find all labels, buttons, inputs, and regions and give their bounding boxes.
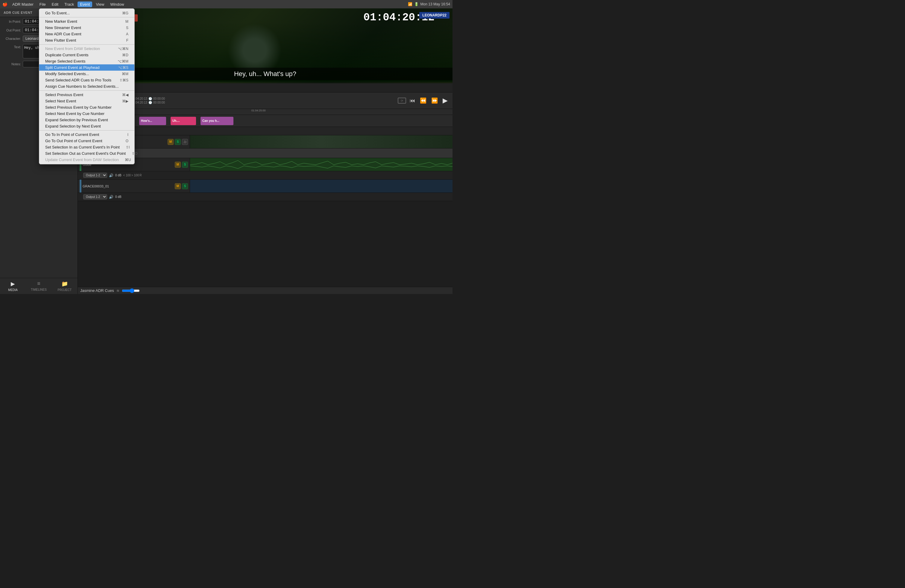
goto-in-shortcut: I (127, 133, 129, 137)
separator-4 (39, 130, 134, 130)
guide-meter-l: < 100 (123, 174, 131, 177)
menu-file[interactable]: File (37, 2, 48, 7)
tab-project-label: PROJECT (57, 288, 71, 292)
split-event-item[interactable]: Split Current Event at Playhead ⌥⌘S (39, 64, 134, 71)
guide-volume: 0 dB (115, 174, 122, 177)
goto-inpoint-item[interactable]: Go To In Point of Current Event I (39, 132, 134, 138)
ruler-mark-2: 01:04:25:00 (251, 109, 266, 112)
select-next-cue-item[interactable]: Select Next Event by Cue Number (39, 110, 134, 117)
guide-output-row: Output 1-2 🔊 0 dB < 100 > 100 R (78, 171, 452, 180)
play-btn[interactable]: ▶ (441, 95, 449, 106)
cue-event-4[interactable]: Can you h... (200, 117, 233, 125)
adr-output-select[interactable]: Output 1-2 (83, 194, 107, 199)
menu-adr-master[interactable]: ADR Master (10, 2, 36, 7)
select-next-event-item[interactable]: Select Next Event ⌘▶ (39, 98, 134, 104)
menu-edit[interactable]: Edit (49, 2, 61, 7)
bottom-tabs: ▶ MEDIA ≡ TIMELINES 📁 PROJECT (0, 278, 78, 294)
send-adr-shortcut: ⇧⌘S (119, 78, 129, 82)
tab-timelines[interactable]: ≡ TIMELINES (26, 278, 51, 294)
duplicate-shortcut: ⌘D (122, 53, 129, 57)
new-streamer-event-item[interactable]: New Streamer Event S (39, 25, 134, 31)
set-out-shortcut: ⇧O (132, 151, 137, 156)
guide-meter-r: > 100 (132, 174, 139, 177)
wifi-icon: 📶 (408, 2, 413, 6)
menu-track[interactable]: Track (62, 2, 76, 7)
guide-output-select[interactable]: Output 1-2 (83, 173, 107, 178)
menu-view[interactable]: View (94, 2, 106, 7)
update-daw-shortcut: ⌘U (125, 158, 131, 162)
guide-s-btn[interactable]: S (182, 162, 188, 168)
apple-menu[interactable]: 🍎 (2, 2, 8, 6)
video-m-btn[interactable]: M (168, 139, 173, 145)
modify-shortcut: ⌘M (122, 72, 129, 76)
tab-project[interactable]: 📁 PROJECT (52, 278, 78, 294)
set-in-point-item[interactable]: Set Selection In as Current Event's In P… (39, 144, 134, 150)
waveform-icon: ≋ (116, 289, 119, 293)
goto-outpoint-item[interactable]: Go To Out Point of Current Event O (39, 138, 134, 144)
transport-out-dur: 00:00:00 (153, 101, 165, 104)
cue-label-4: Can you h... (202, 119, 219, 122)
cue-event-2[interactable]: How's... (139, 117, 166, 125)
cue-label-2: How's... (141, 119, 152, 122)
cue-event-3[interactable]: Uh.... (171, 117, 196, 125)
goto-out-shortcut: O (126, 139, 129, 143)
go-to-start-btn[interactable]: ⏮ (408, 96, 416, 105)
adr-track-container: GRACE00033_01 M S Output 1-2 🔊 0 dB (78, 180, 452, 201)
new-flutter-shortcut: F (126, 38, 129, 43)
send-adr-cues-item[interactable]: Send Selected ADR Cues to Pro Tools ⇧⌘S (39, 77, 134, 83)
assign-cue-numbers-item[interactable]: Assign Cue Numbers to Selected Events... (39, 83, 134, 89)
out-point-label: Out Point: (2, 29, 21, 32)
rewind-btn[interactable]: ⏪ (419, 96, 428, 105)
clock-icon-in: 🕐 (148, 97, 152, 100)
expand-next-item[interactable]: Expand Selection by Next Event (39, 123, 134, 129)
volume-icon-guide: 🔊 (109, 173, 113, 178)
tab-media[interactable]: ▶ MEDIA (0, 278, 26, 294)
adr-s-btn[interactable]: S (182, 183, 188, 189)
adr-color-bar (79, 180, 81, 192)
new-marker-event-item[interactable]: New Marker Event M (39, 18, 134, 25)
volume-icon-adr: 🔊 (109, 195, 113, 199)
notes-label: Notes: (2, 62, 21, 66)
goto-event-item[interactable]: Go To Event... ⌘G (39, 10, 134, 16)
loop-icon[interactable]: ⟳ (398, 98, 406, 103)
character-label: Character: (2, 37, 21, 40)
select-prev-cue-item[interactable]: Select Previous Event by Cue Number (39, 104, 134, 110)
master-volume-slider[interactable] (122, 288, 140, 293)
new-adr-shortcut: A (126, 32, 129, 36)
goto-event-shortcut: ⌘G (122, 11, 129, 15)
separator-3 (39, 91, 134, 91)
bottom-label: Jasmine ADR Cues (80, 288, 114, 293)
tab-media-label: MEDIA (8, 288, 17, 292)
project-icon: 📁 (61, 281, 68, 287)
adr-track-row: GRACE00033_01 M S (78, 180, 452, 193)
battery-icon: 🔋 (414, 2, 419, 6)
new-flutter-event-item[interactable]: New Flutter Event F (39, 37, 134, 43)
video-cam-btn[interactable]: 🎥 (182, 139, 188, 145)
event-dropdown-menu: Go To Event... ⌘G New Marker Event M New… (39, 8, 135, 164)
select-next-shortcut: ⌘▶ (122, 99, 129, 103)
adr-m-btn[interactable]: M (175, 183, 181, 189)
adr-track-controls: GRACE00033_01 M S (78, 180, 190, 192)
menubar: 🍎 ADR Master File Edit Track Event View … (0, 0, 452, 8)
menu-event[interactable]: Event (78, 2, 92, 7)
fast-forward-btn[interactable]: ⏩ (430, 96, 439, 105)
duplicate-events-item[interactable]: Duplicate Current Events ⌘D (39, 52, 134, 58)
select-prev-event-item[interactable]: Select Previous Event ⌘◀ (39, 92, 134, 98)
menu-window[interactable]: Window (108, 2, 126, 7)
media-icon: ▶ (11, 281, 15, 287)
new-streamer-shortcut: S (126, 26, 129, 30)
video-s-btn[interactable]: S (175, 139, 181, 145)
character-badge: LEONARDP22 (419, 12, 449, 19)
adr-waveform (190, 180, 452, 192)
in-point-label: In Point: (2, 20, 21, 23)
expand-prev-item[interactable]: Expand Selection by Previous Event (39, 117, 134, 123)
modify-events-item[interactable]: Modify Selected Events... ⌘M (39, 71, 134, 77)
set-out-point-item[interactable]: Set Selection Out as Current Event's Out… (39, 150, 134, 157)
merge-events-item[interactable]: Merge Selected Events ⌥⌘M (39, 58, 134, 64)
video-track-waveform (190, 135, 452, 148)
right-channel-indicator: R (140, 174, 141, 177)
guide-meter: < 100 > 100 R (123, 174, 142, 177)
guide-m-btn[interactable]: M (175, 162, 181, 168)
new-adr-cue-event-item[interactable]: New ADR Cue Event A (39, 31, 134, 37)
menubar-right: 📶 🔋 Mon 13 May 16:54 (408, 2, 450, 6)
